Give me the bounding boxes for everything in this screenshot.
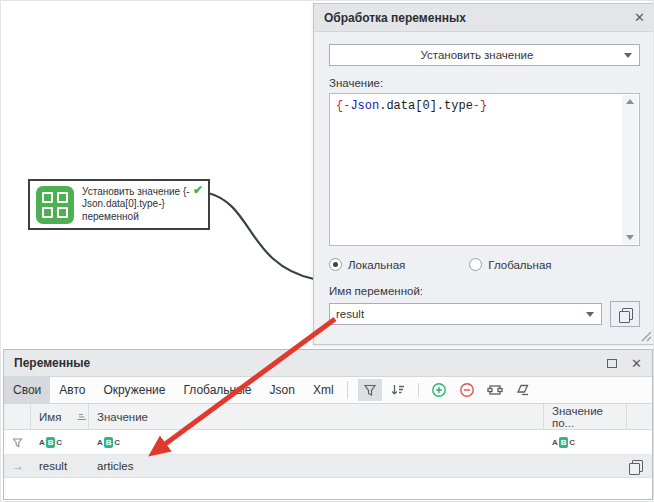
clear-variables-button[interactable] (511, 379, 535, 401)
remove-variable-button[interactable] (455, 379, 479, 401)
editor-panel-title: Обработка переменных (324, 11, 466, 25)
filter-toggle-button[interactable] (358, 379, 382, 401)
header-actions-col (627, 404, 652, 429)
cell-actions (627, 455, 652, 477)
table-filter-row: ABC ABC ABC (4, 430, 652, 455)
copy-value-button[interactable] (610, 301, 640, 327)
flow-node-set-value[interactable]: Установить значение {-Json.data[0].type-… (28, 179, 210, 230)
cell-variable-value[interactable]: articles (89, 455, 544, 477)
scroll-up-icon[interactable] (626, 99, 634, 104)
variables-panel-title: Переменные (14, 356, 90, 370)
tab-авто[interactable]: Авто (50, 377, 94, 403)
variables-tabbar: СвоиАвтоОкружениеГлобальныеJsonXml (4, 377, 652, 404)
filter-actions-cell (627, 430, 652, 454)
success-check-icon: ✔ (193, 183, 203, 197)
variables-toolbar (358, 377, 535, 403)
tab-xml[interactable]: Xml (304, 377, 343, 403)
header-name-col[interactable]: Имя (31, 404, 89, 429)
filter-row-marker (4, 430, 31, 454)
cell-default-value[interactable] (544, 455, 627, 477)
variable-editor-panel: Обработка переменных ✕ Установить значен… (313, 3, 654, 345)
header-value-col[interactable]: Значение (89, 404, 544, 429)
header-default-value-col[interactable]: Значение по... (544, 404, 627, 429)
text-type-badge: ABC (39, 437, 63, 448)
tab-окружение[interactable]: Окружение (94, 377, 174, 403)
variables-table: Имя Значение Значение по... ABC ABC ABC (4, 404, 652, 478)
text-type-badge: ABC (552, 437, 576, 448)
header-row-marker-col (4, 404, 31, 429)
filter-name-cell[interactable]: ABC (31, 430, 89, 454)
variable-name-label: Имя переменной: (329, 285, 640, 297)
close-icon[interactable]: ✕ (631, 357, 642, 370)
action-type-dropdown[interactable]: Установить значение (329, 44, 640, 66)
app-canvas: { "node": { "label": "Установить значени… (0, 0, 654, 502)
sort-indicator-icon (75, 412, 87, 422)
tab-глобальные[interactable]: Глобальные (174, 377, 260, 403)
edit-cell-button[interactable] (483, 379, 507, 401)
radio-local-scope[interactable]: Локальная (329, 258, 405, 271)
filter-icon (12, 437, 23, 448)
set-value-grid-icon (36, 186, 74, 224)
resize-grip[interactable] (641, 331, 652, 342)
table-row-result[interactable]: → result articles (4, 455, 652, 478)
sort-button[interactable] (386, 379, 410, 401)
current-row-arrow-icon: → (4, 455, 31, 477)
editor-panel-body: Установить значение Значение: {-Json.dat… (314, 32, 654, 345)
copy-icon[interactable] (629, 460, 641, 473)
node-label: Установить значение {-Json.data[0].type-… (82, 186, 192, 224)
tab-свои[interactable]: Свои (4, 377, 50, 403)
token-object: Json (350, 99, 379, 113)
table-header-row: Имя Значение Значение по... (4, 404, 652, 430)
copy-icon (619, 308, 631, 321)
close-icon[interactable]: ✕ (634, 11, 645, 24)
action-type-value: Установить значение (330, 49, 624, 61)
editor-panel-titlebar[interactable]: Обработка переменных ✕ (314, 4, 654, 32)
variables-panel-titlebar[interactable]: Переменные ✕ (4, 350, 652, 377)
chevron-down-icon (624, 53, 632, 58)
cell-variable-name[interactable]: result (31, 455, 89, 477)
variable-name-combobox[interactable]: result (329, 303, 602, 325)
radio-global-label: Глобальная (488, 259, 551, 271)
maximize-icon[interactable] (607, 359, 617, 368)
token-close: -} (473, 99, 487, 113)
scroll-down-icon[interactable] (626, 235, 634, 240)
radio-global-circle (469, 258, 482, 271)
chevron-down-icon (586, 312, 594, 317)
value-code-editor[interactable]: {-Json.data[0].type-} (329, 93, 640, 246)
radio-local-label: Локальная (348, 259, 405, 271)
text-type-badge: ABC (97, 437, 121, 448)
vertical-scrollbar[interactable] (622, 95, 638, 244)
radio-global-scope[interactable]: Глобальная (469, 258, 551, 271)
variables-panel: Переменные ✕ СвоиАвтоОкружениеГлобальные… (3, 349, 653, 500)
token-open: {- (336, 99, 350, 113)
variable-name-value: result (336, 308, 586, 320)
tab-json[interactable]: Json (261, 377, 304, 403)
filter-default-value-cell[interactable]: ABC (544, 430, 627, 454)
value-label: Значение: (329, 77, 640, 89)
filter-value-cell[interactable]: ABC (89, 430, 544, 454)
radio-local-circle (329, 258, 342, 271)
add-variable-button[interactable] (427, 379, 451, 401)
token-path: .data[0].type (379, 99, 473, 113)
